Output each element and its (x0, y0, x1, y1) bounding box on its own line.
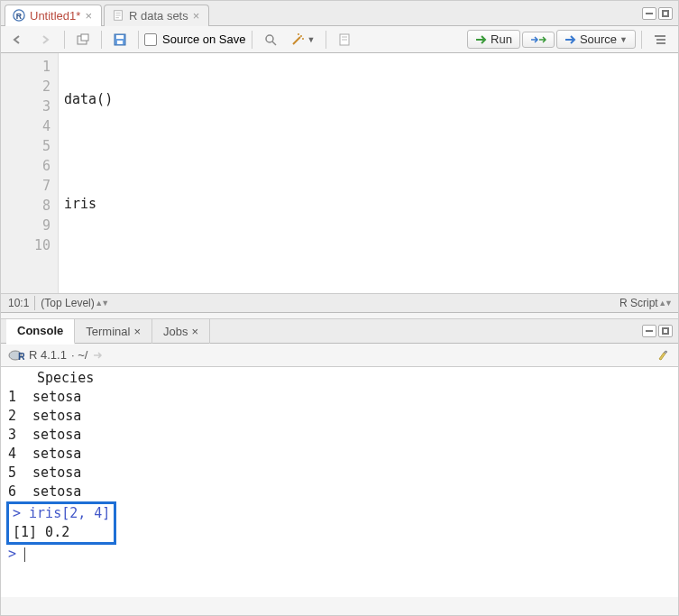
svg-rect-10 (117, 41, 123, 44)
save-button[interactable] (107, 30, 133, 50)
tab-console[interactable]: Console (6, 319, 75, 345)
line-number: 9 (5, 216, 50, 235)
cursor-position: 10:1 (8, 297, 29, 309)
line-number: 7 (5, 176, 50, 196)
maximize-pane-icon[interactable] (658, 7, 673, 20)
close-icon[interactable]: × (191, 325, 198, 338)
line-number: 5 (5, 136, 50, 156)
console-prompt[interactable]: > (8, 545, 671, 564)
rerun-icon (530, 34, 546, 45)
svg-point-15 (298, 33, 299, 35)
source-tab-rdatasets[interactable]: R data sets × (104, 5, 209, 26)
notebook-icon (337, 32, 352, 47)
clear-console-icon[interactable] (656, 349, 671, 362)
forward-button[interactable] (33, 31, 59, 49)
chevron-down-icon: ▼ (307, 35, 316, 44)
chevron-down-icon: ▼ (619, 35, 628, 44)
tab-label: Jobs (163, 325, 188, 338)
minimize-pane-icon[interactable] (642, 7, 656, 20)
save-icon (113, 32, 127, 47)
close-icon[interactable]: × (133, 325, 141, 338)
svg-line-13 (293, 37, 300, 44)
console-header: R R 4.1.1 · ~/ (1, 344, 678, 367)
line-number: 10 (5, 235, 50, 255)
source-label: Source (580, 32, 617, 46)
console-highlight: > iris[2, 4] [1] 0.2 (6, 501, 116, 545)
run-label: Run (491, 32, 512, 46)
code-line[interactable]: data() (64, 89, 673, 109)
compile-report-button[interactable] (332, 30, 357, 50)
run-button[interactable]: Run (467, 30, 520, 49)
find-button[interactable] (258, 30, 283, 50)
line-number: 8 (5, 196, 50, 216)
console-row: 6 setosa (8, 483, 671, 501)
svg-rect-9 (116, 35, 124, 39)
console-row: 5 setosa (8, 464, 671, 483)
console-row: 1 setosa (8, 388, 671, 407)
back-button[interactable] (6, 31, 32, 49)
search-icon (263, 32, 278, 47)
console-tabbar: Console Terminal × Jobs × (1, 318, 678, 344)
r-version: R 4.1.1 (29, 348, 67, 362)
r-file-icon: R (13, 9, 25, 22)
source-button[interactable]: Source ▼ (556, 30, 636, 49)
console-command: > iris[2, 4] (13, 504, 110, 523)
code-editor[interactable]: 1 2 3 4 5 6 7 8 9 10 data() iris View(ir… (1, 53, 678, 293)
tab-jobs[interactable]: Jobs × (152, 318, 210, 344)
console-result: [1] 0.2 (13, 523, 110, 542)
line-number: 6 (5, 156, 50, 176)
forward-arrow-icon (39, 33, 53, 46)
code-line[interactable]: iris (64, 194, 673, 214)
svg-text:R: R (16, 12, 23, 21)
wand-icon (290, 32, 305, 47)
svg-rect-7 (81, 34, 88, 41)
working-dir[interactable]: · ~/ (71, 348, 87, 362)
window-controls (642, 325, 678, 337)
source-tab-untitled1[interactable]: R Untitled1* × (5, 5, 102, 26)
source-on-save-label: Source on Save (162, 32, 246, 46)
scope-arrows-icon: ▲▼ (95, 299, 107, 308)
popout-icon (76, 33, 90, 46)
svg-point-14 (300, 35, 302, 37)
scope-selector[interactable]: (Top Level) (41, 297, 94, 309)
line-number: 2 (5, 77, 50, 97)
rerun-button[interactable] (522, 32, 555, 48)
line-number: 4 (5, 116, 50, 136)
show-in-new-window-button[interactable] (70, 31, 96, 49)
tab-terminal[interactable]: Terminal × (75, 318, 152, 344)
tab-label: R data sets (129, 9, 188, 23)
code-line[interactable] (64, 246, 673, 266)
svg-point-11 (266, 35, 273, 42)
window-controls (642, 7, 678, 20)
minimize-pane-icon[interactable] (642, 325, 656, 337)
view-dir-icon[interactable] (92, 350, 105, 361)
tab-label: Untitled1* (30, 9, 80, 23)
svg-line-12 (272, 41, 276, 45)
file-type-selector[interactable]: R Script (619, 297, 658, 309)
svg-text:R: R (18, 351, 24, 362)
source-icon (564, 34, 577, 45)
close-icon[interactable]: × (193, 10, 200, 22)
text-file-icon (112, 9, 124, 22)
console-row: 2 setosa (8, 407, 671, 426)
code-content[interactable]: data() iris View(iris) head(iris) iris[2… (59, 53, 678, 293)
outline-button[interactable] (647, 31, 673, 49)
code-line[interactable] (64, 142, 673, 161)
source-tabbar: R Untitled1* × R data sets × (1, 1, 678, 26)
console-row: 4 setosa (8, 445, 671, 464)
source-toolbar: Source on Save ▼ Run Source ▼ (1, 26, 678, 53)
run-icon (475, 34, 488, 45)
console-row: 3 setosa (8, 426, 671, 445)
tab-label: Terminal (86, 325, 130, 338)
line-number-gutter: 1 2 3 4 5 6 7 8 9 10 (1, 53, 59, 293)
code-tools-button[interactable]: ▼ (285, 30, 321, 50)
line-number: 1 (5, 57, 50, 77)
close-icon[interactable]: × (85, 10, 92, 22)
source-on-save-checkbox[interactable] (144, 33, 157, 46)
maximize-pane-icon[interactable] (658, 325, 673, 337)
console-output[interactable]: Species 1 setosa 2 setosa 3 setosa 4 set… (1, 367, 678, 597)
source-statusbar: 10:1 (Top Level) ▲▼ R Script ▲▼ (1, 293, 678, 313)
r-logo-icon: R (8, 348, 24, 363)
line-number: 3 (5, 97, 50, 116)
filetype-arrows-icon: ▲▼ (658, 299, 671, 308)
